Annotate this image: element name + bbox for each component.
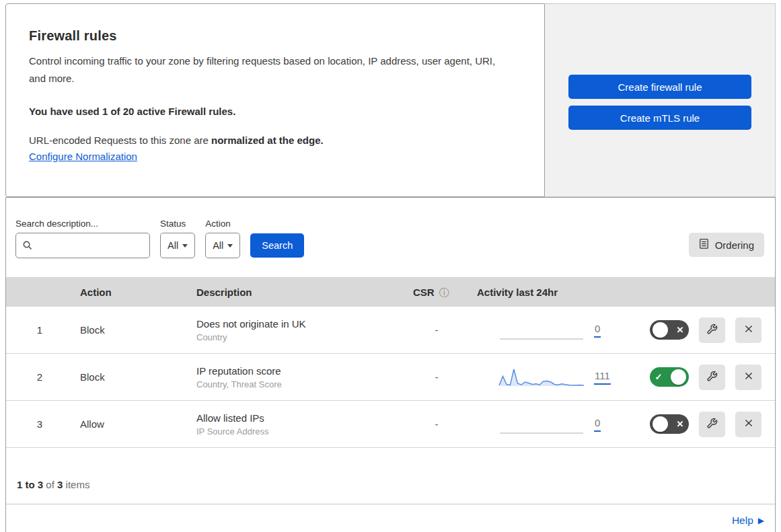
rule-csr-value: -: [406, 324, 467, 336]
rule-action: Block: [73, 371, 196, 383]
filter-bar: Search description... Status: [6, 197, 775, 277]
toggle-knob: [671, 369, 686, 385]
close-icon: [743, 324, 754, 336]
rule-description: IP reputation score: [196, 365, 406, 377]
page-title: Firewall rules: [29, 28, 517, 44]
wrench-icon: [706, 418, 718, 431]
status-filter-value: All: [168, 240, 178, 251]
pagination-range: 1 to 3: [17, 479, 43, 490]
edit-rule-button[interactable]: [699, 412, 725, 437]
chevron-down-icon: [227, 244, 233, 248]
edit-rule-button[interactable]: [699, 365, 725, 390]
delete-rule-button[interactable]: [735, 317, 761, 343]
rule-csr-value: -: [406, 371, 467, 383]
create-firewall-rule-button[interactable]: Create firewall rule: [568, 75, 751, 99]
table-body: 1 Block Does not originate in UK Country…: [6, 307, 775, 448]
rule-description: Does not originate in UK: [196, 318, 406, 330]
action-filter-value: All: [213, 240, 223, 251]
pagination-of: of: [46, 479, 54, 490]
rule-controls: ✕: [647, 317, 775, 343]
intro-card: Firewall rules Control incoming traffic …: [5, 3, 545, 197]
status-filter-select[interactable]: All: [160, 233, 195, 258]
action-filter-select[interactable]: All: [205, 233, 240, 258]
close-icon: [743, 371, 754, 383]
search-input[interactable]: [15, 233, 150, 258]
rule-activity-cell: 0: [467, 414, 647, 435]
column-activity: Activity last 24hr: [467, 287, 647, 298]
rule-description-cell: Allow listed IPs IP Source Address: [196, 412, 406, 436]
delete-rule-button[interactable]: [735, 412, 761, 437]
toggle-knob: [653, 416, 668, 432]
table-row: 1 Block Does not originate in UK Country…: [6, 307, 775, 354]
rule-match-fields: Country, Threat Score: [196, 379, 406, 389]
help-bar: Help ▶: [6, 504, 775, 532]
usage-summary: You have used 1 of 20 active Firewall ru…: [29, 106, 517, 117]
wrench-icon: [706, 371, 718, 384]
rule-enabled-toggle[interactable]: ✕: [650, 320, 689, 340]
activity-sparkline: [498, 367, 585, 388]
delete-rule-button[interactable]: [735, 365, 761, 390]
toggle-state-icon: ✕: [674, 419, 686, 429]
rule-activity-cell: 0: [467, 319, 647, 341]
column-csr: CSR ⓘ: [406, 287, 467, 298]
action-filter-label: Action: [205, 219, 240, 229]
rule-description-cell: Does not originate in UK Country: [196, 318, 406, 342]
rule-action: Allow: [73, 418, 196, 430]
rule-action: Block: [73, 324, 196, 336]
close-icon: [743, 418, 754, 430]
rule-priority: 2: [6, 371, 73, 383]
normalization-note: URL-encoded Requests to this zone are no…: [29, 135, 517, 146]
info-icon[interactable]: ⓘ: [439, 287, 449, 297]
help-link[interactable]: Help ▶: [732, 515, 764, 527]
rule-csr-value: -: [406, 418, 467, 430]
rule-description: Allow listed IPs: [196, 412, 406, 424]
activity-sparkline: [498, 414, 585, 435]
rule-priority: 3: [6, 418, 73, 430]
column-action: Action: [73, 287, 196, 298]
rule-description-cell: IP reputation score Country, Threat Scor…: [196, 365, 406, 389]
ordering-button-label: Ordering: [715, 239, 754, 251]
rule-activity-cell: 111: [467, 367, 647, 388]
pagination-summary: 1 to 3 of 3 items: [6, 448, 775, 504]
chevron-down-icon: [182, 244, 188, 248]
wrench-icon: [706, 324, 718, 337]
column-description: Description: [196, 287, 406, 298]
table-row: 3 Allow Allow listed IPs IP Source Addre…: [6, 401, 775, 448]
activity-count-link[interactable]: 111: [594, 370, 611, 385]
search-description-label: Search description...: [15, 219, 150, 229]
ordering-button[interactable]: Ordering: [689, 233, 764, 257]
toggle-state-icon: ✕: [674, 325, 686, 335]
actions-panel: Create firewall rule Create mTLS rule: [545, 3, 776, 197]
activity-sparkline: [498, 319, 585, 341]
firewall-rules-page: Firewall rules Control incoming traffic …: [0, 0, 781, 532]
activity-count-link[interactable]: 0: [594, 417, 601, 432]
edit-rule-button[interactable]: [699, 317, 725, 343]
pagination-total: 3: [57, 479, 63, 490]
toggle-knob: [653, 322, 668, 338]
toggle-state-icon: ✓: [653, 372, 665, 382]
search-button[interactable]: Search: [250, 233, 304, 258]
normalization-text: URL-encoded Requests to this zone are: [29, 135, 211, 146]
rule-priority: 1: [6, 324, 73, 336]
ordering-list-icon: [699, 238, 709, 252]
help-arrow-icon: ▶: [758, 516, 764, 525]
rules-card: Search description... Status: [5, 197, 776, 532]
activity-count-link[interactable]: 0: [594, 323, 601, 338]
configure-normalization-link[interactable]: Configure Normalization: [29, 151, 137, 162]
pagination-items: items: [66, 479, 90, 490]
rule-controls: ✓: [647, 365, 775, 390]
help-link-label: Help: [732, 515, 753, 527]
search-icon: [22, 240, 33, 254]
page-description: Control incoming traffic to your zone by…: [29, 52, 513, 88]
rule-enabled-toggle[interactable]: ✓: [650, 367, 689, 387]
table-header-row: Action Description CSR ⓘ Activity last 2…: [6, 277, 775, 307]
status-filter-label: Status: [160, 219, 195, 229]
column-csr-label: CSR: [413, 287, 435, 298]
header-section: Firewall rules Control incoming traffic …: [5, 3, 776, 197]
rule-enabled-toggle[interactable]: ✕: [650, 414, 689, 434]
table-row: 2 Block IP reputation score Country, Thr…: [6, 354, 775, 401]
normalization-bold-text: normalized at the edge.: [211, 135, 324, 146]
create-mtls-rule-button[interactable]: Create mTLS rule: [568, 106, 751, 130]
rule-match-fields: Country: [196, 332, 406, 342]
rule-match-fields: IP Source Address: [196, 426, 406, 436]
